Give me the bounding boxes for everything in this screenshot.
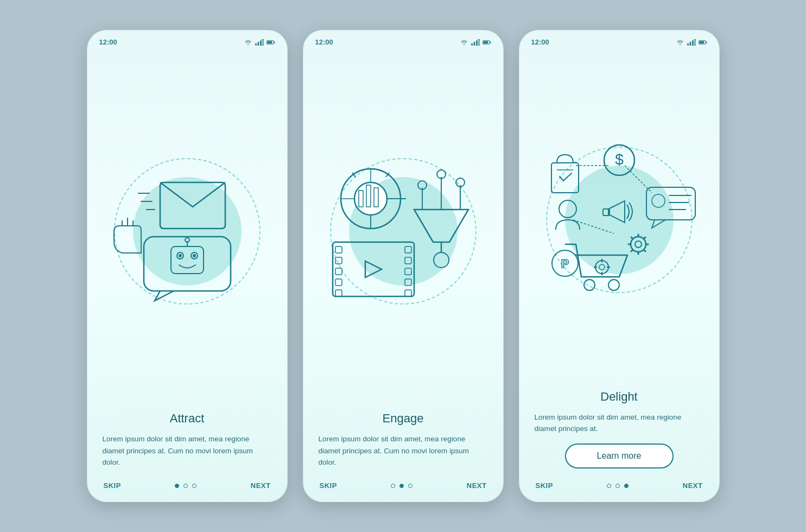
svg-rect-1 bbox=[257, 42, 259, 46]
attract-illustration bbox=[87, 50, 287, 411]
battery-icon-2 bbox=[483, 39, 491, 46]
engage-text-content: Engage Lorem ipsum dolor sit dim amet, m… bbox=[303, 411, 503, 474]
svg-rect-60 bbox=[694, 39, 696, 46]
engage-dots bbox=[391, 484, 412, 488]
svg-rect-79 bbox=[646, 187, 695, 220]
svg-point-70 bbox=[635, 241, 642, 248]
svg-rect-48 bbox=[335, 268, 342, 275]
svg-point-87 bbox=[608, 280, 619, 290]
svg-rect-3 bbox=[262, 39, 264, 46]
svg-rect-51 bbox=[405, 246, 411, 253]
svg-rect-5 bbox=[274, 41, 275, 43]
svg-rect-59 bbox=[691, 40, 693, 45]
svg-line-76 bbox=[644, 250, 645, 251]
wifi-icon-2 bbox=[460, 39, 468, 46]
attract-svg bbox=[106, 150, 269, 313]
delight-screen: 12:00 bbox=[519, 30, 720, 502]
svg-line-75 bbox=[631, 237, 633, 239]
engage-screen: 12:00 bbox=[303, 30, 504, 502]
svg-rect-52 bbox=[405, 257, 411, 264]
delight-dots bbox=[607, 484, 629, 488]
svg-point-88 bbox=[595, 261, 608, 274]
svg-rect-62 bbox=[706, 41, 707, 43]
svg-rect-6 bbox=[267, 41, 272, 43]
delight-illustration: $ bbox=[519, 50, 719, 390]
dot-1 bbox=[391, 484, 395, 488]
screens-container: 12:00 bbox=[87, 30, 720, 502]
dot-2 bbox=[615, 484, 620, 488]
dot-2 bbox=[183, 484, 188, 488]
svg-point-86 bbox=[584, 280, 595, 290]
svg-point-67 bbox=[559, 200, 576, 218]
svg-point-44 bbox=[434, 252, 449, 268]
engage-svg bbox=[322, 150, 485, 313]
status-bar-1: 12:00 bbox=[87, 30, 287, 50]
status-icons-2 bbox=[460, 39, 491, 46]
svg-point-80 bbox=[652, 194, 665, 207]
engage-skip[interactable]: SKIP bbox=[320, 482, 337, 490]
svg-rect-64 bbox=[551, 163, 579, 193]
engage-body: Lorem ipsum dolor sit dim amet, mea regi… bbox=[319, 433, 488, 468]
svg-rect-50 bbox=[335, 290, 342, 296]
attract-dots bbox=[175, 484, 196, 488]
status-icons-3 bbox=[676, 39, 707, 46]
status-time-1: 12:00 bbox=[99, 38, 117, 46]
svg-rect-2 bbox=[259, 40, 261, 45]
status-icons-1 bbox=[244, 39, 275, 46]
svg-rect-49 bbox=[335, 279, 342, 286]
svg-line-78 bbox=[631, 250, 633, 251]
status-bar-3: 12:00 bbox=[519, 30, 719, 50]
svg-rect-25 bbox=[478, 39, 480, 46]
svg-rect-22 bbox=[471, 43, 473, 45]
svg-rect-63 bbox=[699, 41, 704, 43]
attract-screen: 12:00 bbox=[87, 30, 288, 502]
svg-point-21 bbox=[193, 254, 196, 257]
delight-title: Delight bbox=[535, 390, 704, 404]
status-time-3: 12:00 bbox=[531, 38, 549, 46]
delight-svg: $ bbox=[538, 138, 701, 301]
svg-rect-55 bbox=[405, 290, 411, 296]
delight-next[interactable]: NEXT bbox=[683, 482, 703, 490]
svg-rect-53 bbox=[405, 268, 411, 275]
dot-3 bbox=[192, 484, 196, 488]
learn-more-button[interactable]: Learn more bbox=[565, 444, 674, 468]
svg-rect-47 bbox=[335, 257, 342, 264]
dot-3 bbox=[408, 484, 412, 488]
delight-bottom-nav: SKIP NEXT bbox=[519, 474, 719, 502]
status-time-2: 12:00 bbox=[315, 38, 333, 46]
attract-bottom-nav: SKIP NEXT bbox=[87, 474, 287, 502]
dot-1 bbox=[607, 484, 611, 488]
attract-title: Attract bbox=[103, 411, 272, 426]
battery-icon-3 bbox=[699, 39, 707, 46]
engage-title: Engage bbox=[319, 411, 488, 426]
attract-text-content: Attract Lorem ipsum dolor sit dim amet, … bbox=[87, 411, 287, 474]
delight-text-content: Delight Lorem ipsum dolor sit dim amet, … bbox=[519, 390, 719, 474]
svg-point-20 bbox=[179, 254, 182, 257]
svg-line-77 bbox=[644, 237, 645, 239]
delight-body: Lorem ipsum dolor sit dim amet, mea regi… bbox=[535, 411, 704, 435]
attract-skip[interactable]: SKIP bbox=[104, 482, 121, 490]
svg-rect-46 bbox=[335, 246, 342, 253]
svg-text:$: $ bbox=[615, 151, 624, 168]
attract-next[interactable]: NEXT bbox=[251, 482, 271, 490]
svg-rect-45 bbox=[333, 242, 414, 296]
dot-2 bbox=[399, 484, 404, 488]
svg-point-89 bbox=[599, 264, 605, 270]
dot-1 bbox=[175, 484, 179, 488]
svg-text:P: P bbox=[561, 257, 569, 270]
engage-bottom-nav: SKIP NEXT bbox=[303, 474, 503, 502]
attract-body: Lorem ipsum dolor sit dim amet, mea regi… bbox=[103, 433, 272, 468]
svg-rect-28 bbox=[483, 41, 488, 43]
engage-next[interactable]: NEXT bbox=[467, 482, 487, 490]
wifi-icon-3 bbox=[676, 39, 684, 46]
svg-rect-27 bbox=[490, 41, 491, 43]
signal-icon-3 bbox=[687, 39, 696, 46]
svg-marker-56 bbox=[365, 261, 382, 277]
svg-rect-15 bbox=[171, 246, 204, 274]
battery-icon bbox=[266, 39, 275, 46]
delight-skip[interactable]: SKIP bbox=[536, 482, 553, 490]
wifi-icon bbox=[244, 39, 252, 46]
svg-rect-0 bbox=[255, 43, 257, 45]
svg-rect-57 bbox=[687, 43, 689, 45]
svg-rect-24 bbox=[475, 40, 477, 45]
